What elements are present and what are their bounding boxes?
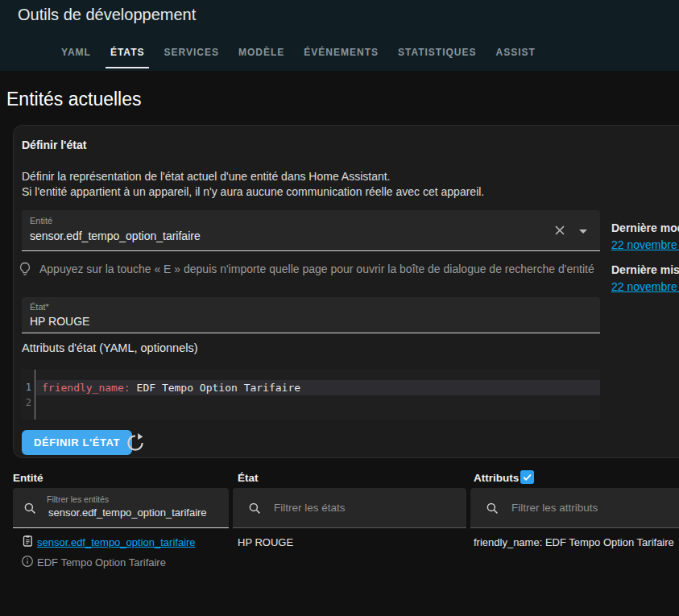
tab-evenements[interactable]: ÉVÉNEMENTS xyxy=(294,34,388,71)
entity-row-attributes: friendly_name: EDF Tempo Option Tarifair… xyxy=(474,536,674,548)
entity-row-link[interactable]: sensor.edf_tempo_option_tarifaire xyxy=(37,536,196,548)
refresh-icon xyxy=(125,432,146,453)
entity-picker-field[interactable]: Entité sensor.edf_tempo_option_tarifaire xyxy=(22,210,600,251)
tab-assist[interactable]: ASSIST xyxy=(486,34,545,71)
yaml-key: friendly_name: xyxy=(42,382,130,394)
entity-search-tip: Appuyez sur la touche « E » depuis n'imp… xyxy=(17,261,594,277)
clear-entity-icon[interactable] xyxy=(553,224,566,237)
lightbulb-icon xyxy=(17,261,33,277)
card-description: Définir la représentation de l'état actu… xyxy=(22,169,484,200)
info-icon xyxy=(21,555,34,568)
search-icon xyxy=(23,501,37,515)
card-description-line2: Si l'entité appartient à un appareil, il… xyxy=(22,184,484,200)
section-heading: Entités actuelles xyxy=(6,89,141,110)
attributes-checkbox[interactable] xyxy=(520,470,534,484)
set-state-card: Définir l'état Définir la représentation… xyxy=(13,125,679,458)
state-field-label: État* xyxy=(30,302,49,312)
dev-tools-tabs: YAML ÉTATS SERVICES MODÈLE ÉVÉNEMENTS ST… xyxy=(52,34,545,71)
tab-modele[interactable]: MODÈLE xyxy=(229,34,294,71)
line-number-2: 2 xyxy=(26,397,31,408)
last-changed-label: Dernière modif xyxy=(611,221,679,234)
state-field[interactable]: État* HP ROUGE xyxy=(22,297,600,333)
yaml-value: EDF Tempo Option Tarifaire xyxy=(130,382,301,394)
filter-entities-input[interactable] xyxy=(47,506,220,519)
checkmark-icon xyxy=(522,472,532,482)
card-title: Définir l'état xyxy=(22,138,86,151)
tab-yaml[interactable]: YAML xyxy=(52,34,101,71)
yaml-editor[interactable]: 1 2 friendly_name:EDF Tempo Option Tarif… xyxy=(22,370,600,420)
filter-states-input[interactable] xyxy=(272,501,433,515)
yaml-line-1[interactable]: friendly_name:EDF Tempo Option Tarifaire xyxy=(42,382,300,394)
filter-states-field[interactable] xyxy=(233,488,466,528)
entity-field-label: Entité xyxy=(30,216,52,225)
filter-attributes-input[interactable] xyxy=(510,501,671,515)
tab-statistiques[interactable]: STATISTIQUES xyxy=(388,34,486,71)
last-changed-link[interactable]: 22 novembre 2 xyxy=(611,238,679,251)
filter-entities-label: Filtrer les entités xyxy=(47,494,109,504)
search-icon xyxy=(485,501,499,515)
filter-entities-field[interactable]: Filtrer les entités xyxy=(13,488,229,528)
line-number-1: 1 xyxy=(26,382,31,393)
tip-text: Appuyez sur la touche « E » depuis n'imp… xyxy=(39,263,594,275)
entity-row-state: HP ROUGE xyxy=(238,536,293,548)
copy-entity-id-icon[interactable] xyxy=(20,534,35,548)
last-updated-link[interactable]: 22 novembre 2 xyxy=(611,280,679,293)
column-header-attributes: Attributs xyxy=(474,472,519,484)
last-updated-label: Dernière mise à xyxy=(611,263,679,276)
app-header: Outils de développement YAML ÉTATS SERVI… xyxy=(0,0,679,71)
column-header-state: État xyxy=(238,472,259,484)
page-title: Outils de développement xyxy=(18,6,196,24)
editor-gutter: 1 2 xyxy=(22,370,35,420)
filter-attributes-field[interactable] xyxy=(470,488,679,528)
card-description-line1: Définir la représentation de l'état actu… xyxy=(22,169,484,184)
attributes-section-label: Attributs d'état (YAML, optionnels) xyxy=(22,341,198,354)
tab-services[interactable]: SERVICES xyxy=(154,34,228,71)
state-field-value[interactable]: HP ROUGE xyxy=(30,315,89,328)
entity-friendly-name: EDF Tempo Option Tarifaire xyxy=(37,556,166,568)
chevron-down-icon[interactable] xyxy=(579,229,587,234)
tab-etats[interactable]: ÉTATS xyxy=(101,34,155,71)
search-icon xyxy=(247,501,262,515)
column-header-entity: Entité xyxy=(13,472,43,484)
refresh-button[interactable] xyxy=(125,432,146,453)
entity-field-value[interactable]: sensor.edf_tempo_option_tarifaire xyxy=(30,229,201,242)
set-state-button[interactable]: DÉFINIR L'ÉTAT xyxy=(22,430,132,455)
